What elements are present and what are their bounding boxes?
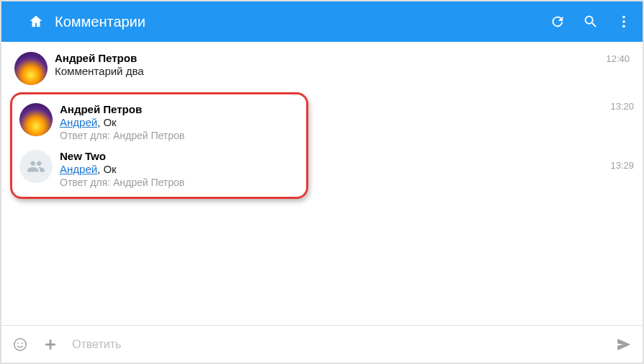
- comment-time: 12:40: [599, 53, 630, 64]
- replies-highlight-box: Андрей Петров Андрей, Ок Ответ для: Андр…: [10, 92, 308, 199]
- send-icon[interactable]: [615, 336, 632, 353]
- mention-link[interactable]: Андрей: [60, 116, 97, 128]
- comment-text-after: , Ок: [97, 116, 117, 128]
- reply-to-label: Ответ для: Андрей Петров: [60, 130, 299, 141]
- refresh-icon[interactable]: [549, 13, 566, 30]
- svg-point-1: [622, 20, 625, 23]
- reply-to-label: Ответ для: Андрей Петров: [60, 177, 299, 188]
- attach-icon[interactable]: [42, 336, 59, 353]
- replies-container: Андрей Петров Андрей, Ок Ответ для: Андр…: [10, 92, 634, 199]
- avatar[interactable]: [19, 103, 53, 136]
- reply-footer: [1, 325, 643, 363]
- page-title: Комментарии: [55, 14, 533, 30]
- svg-point-2: [622, 25, 625, 28]
- comment-time: 13:29: [610, 160, 634, 171]
- comment-text: Андрей, Ок: [60, 116, 299, 128]
- app-header: Комментарии: [1, 1, 643, 42]
- comment-body: Андрей Петров 12:40 Комментарий два: [55, 52, 630, 85]
- svg-point-5: [22, 342, 23, 344]
- search-icon[interactable]: [582, 13, 599, 30]
- more-icon[interactable]: [615, 13, 632, 30]
- comment-author: Андрей Петров: [60, 103, 142, 115]
- comment-author: Андрей Петров: [55, 52, 137, 64]
- comments-list: Андрей Петров 12:40 Комментарий два Андр…: [1, 42, 643, 325]
- comment-item[interactable]: Андрей Петров 12:40 Комментарий два: [10, 48, 634, 89]
- app-frame: Комментарии Андрей Петров 12:40 Коммента…: [0, 0, 644, 364]
- home-icon[interactable]: [27, 13, 45, 30]
- svg-point-4: [17, 342, 19, 344]
- reply-item[interactable]: New Two Андрей, Ок Ответ для: Андрей Пет…: [17, 146, 302, 192]
- svg-point-0: [622, 16, 625, 19]
- comment-author: New Two: [60, 150, 106, 162]
- comment-text: Андрей, Ок: [60, 163, 299, 175]
- avatar[interactable]: [14, 52, 48, 85]
- avatar[interactable]: [19, 150, 53, 183]
- comment-body: New Two Андрей, Ок Ответ для: Андрей Пет…: [60, 150, 299, 188]
- comment-time: 13:20: [610, 101, 634, 112]
- reply-item[interactable]: Андрей Петров Андрей, Ок Ответ для: Андр…: [17, 99, 302, 146]
- comment-text: Комментарий два: [55, 65, 630, 77]
- reply-input[interactable]: [72, 338, 615, 351]
- mention-link[interactable]: Андрей: [60, 163, 97, 175]
- comment-body: Андрей Петров Андрей, Ок Ответ для: Андр…: [60, 103, 299, 141]
- emoji-icon[interactable]: [12, 336, 29, 353]
- svg-point-3: [14, 338, 27, 350]
- comment-text-after: , Ок: [97, 163, 117, 175]
